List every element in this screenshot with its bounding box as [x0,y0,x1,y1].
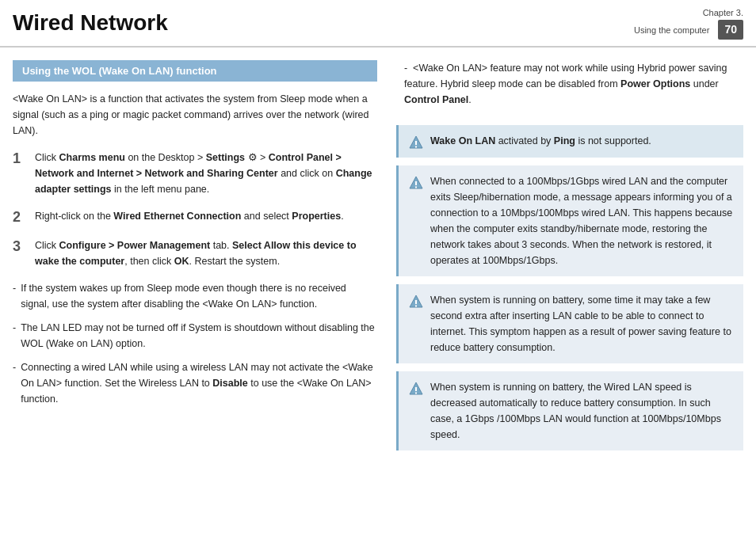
left-column: Using the WOL (Wake On LAN) function <Wa… [13,60,377,458]
page-number: 70 [718,20,743,40]
section-heading: Using the WOL (Wake On LAN) function [13,60,377,82]
bullet-item-2: The LAN LED may not be turned off if Sys… [13,320,377,352]
right-bullet: - <Wake On LAN> feature may not work whi… [396,60,743,108]
note-box-2: When connected to a 100Mbps/1Gbps wired … [396,165,743,276]
page-header: Wired Network Chapter 3. Using the compu… [0,0,756,48]
note-box-4: When system is running on battery, the W… [396,371,743,450]
note-icon-2 [408,174,424,190]
chapter-info: Chapter 3. Using the computer 70 [634,6,743,40]
note-text-1: Wake On LAN activated by Ping is not sup… [430,133,651,149]
chapter-line1: Chapter 3. [703,8,743,17]
note-text-3: When system is running on battery, some … [430,292,734,355]
step-number-2: 2 [13,208,27,226]
svg-rect-8 [415,305,417,306]
step-number-3: 3 [13,238,27,256]
step-content-3: Click Configure > Power Management tab. … [35,238,377,269]
note-box-3: When system is running on battery, some … [396,284,743,363]
right-column: - <Wake On LAN> feature may not work whi… [396,60,743,458]
note-box-1: Wake On LAN activated by Ping is not sup… [396,125,743,158]
bullet-item-1: If the system wakes up from Sleep mode e… [13,280,377,312]
chapter-line2: Using the computer [634,25,709,35]
step-2: 2 Right-click on the Wired Ethernet Conn… [13,208,377,226]
bullet-list: If the system wakes up from Sleep mode e… [13,280,377,407]
svg-rect-11 [415,392,417,393]
svg-rect-4 [415,181,417,185]
bullet-item-3: Connecting a wired LAN while using a wir… [13,359,377,407]
step-content-2: Right-click on the Wired Ethernet Connec… [35,208,344,224]
step-1: 1 Click Charms menu on the Desktop > Set… [13,150,377,197]
note-text-4: When system is running on battery, the W… [430,379,734,443]
main-content: Using the WOL (Wake On LAN) function <Wa… [0,48,756,471]
svg-rect-10 [415,387,417,391]
step-number-1: 1 [13,150,27,168]
note-text-2: When connected to a 100Mbps/1Gbps wired … [430,173,734,268]
svg-rect-5 [415,186,417,188]
svg-rect-7 [415,300,417,304]
page-title: Wired Network [13,10,168,36]
note-icon-3 [408,293,424,309]
note-icon-1 [408,134,424,150]
intro-text: <Wake On LAN> is a function that activat… [13,91,377,139]
svg-rect-1 [415,141,417,145]
note-icon-4 [408,380,424,396]
step-3: 3 Click Configure > Power Management tab… [13,238,377,269]
svg-rect-2 [415,146,417,147]
step-content-1: Click Charms menu on the Desktop > Setti… [35,150,377,197]
